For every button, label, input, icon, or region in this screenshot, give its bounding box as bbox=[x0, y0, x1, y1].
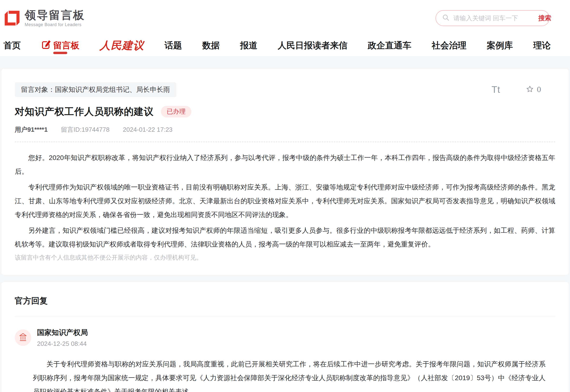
reply-section-title: 官方回复 bbox=[15, 282, 555, 307]
reply-time: 2024-12-25 08:44 bbox=[37, 340, 88, 348]
main-nav: 首页 留言板 人民建议 话题 数据 报道 人民日报读者来信 政企直通 bbox=[0, 36, 570, 56]
message-time: 2024-01-22 17:23 bbox=[123, 126, 173, 133]
nav-item-label: 理论 bbox=[533, 40, 551, 52]
site-logo[interactable]: 领导留言板 Message Board for Leaders bbox=[3, 9, 85, 28]
nav-item-case-library[interactable]: 案例库 bbox=[487, 36, 513, 55]
nav-item-label: 人民日报读者来信 bbox=[278, 40, 347, 52]
nav-item-label: 案例库 bbox=[487, 40, 513, 52]
brand-logo-icon bbox=[3, 9, 21, 28]
search-box[interactable]: 搜索 bbox=[435, 10, 550, 26]
reply-content: 关于专利代理师资格与职称的对应关系问题，我局高度重视，此前已开展相关研究工作，将… bbox=[33, 357, 546, 392]
nav-item-label: 话题 bbox=[165, 40, 182, 52]
message-id: 留言ID:19744778 bbox=[61, 126, 110, 134]
font-size-control[interactable]: Tt bbox=[492, 84, 500, 95]
nav-item-label: 留言板 bbox=[53, 40, 79, 52]
privacy-note: 该留言中含有个人信息或其他不便公开展示的内容，仅办理机构可见。 bbox=[15, 253, 555, 275]
title-row: 对知识产权工作人员职称的建议 已办理 bbox=[15, 105, 555, 118]
edit-icon bbox=[41, 39, 51, 52]
nav-item-label: 首页 bbox=[3, 40, 21, 52]
brand-title: 领导留言板 bbox=[25, 9, 85, 21]
nav-item-label: 数据 bbox=[202, 40, 220, 52]
favorite-button[interactable]: 0 bbox=[526, 85, 541, 94]
target-label: 留言对象：国家知识产权局党组书记、局长申长雨 bbox=[15, 82, 176, 97]
status-badge: 已办理 bbox=[161, 106, 191, 117]
nav-item-gov-business-express[interactable]: 政企直通车 bbox=[368, 36, 411, 55]
reply-head: 国家知识产权局 2024-12-25 08:44 bbox=[15, 328, 555, 348]
nav-item-label: 报道 bbox=[240, 40, 257, 52]
reply-body: 关于专利代理师资格与职称的对应关系问题，我局高度重视，此前已开展相关研究工作，将… bbox=[33, 357, 546, 392]
site-header: 领导留言板 Message Board for Leaders 搜索 bbox=[0, 0, 570, 36]
agency-avatar bbox=[15, 329, 31, 346]
message-user: 用户91****1 bbox=[15, 126, 48, 134]
peoples-suggestion-logo: 人民建议 bbox=[100, 38, 144, 53]
nav-item-home[interactable]: 首页 bbox=[3, 36, 21, 55]
page: 领导留言板 Message Board for Leaders 搜索 首页 bbox=[0, 0, 570, 392]
nav-item-topics[interactable]: 话题 bbox=[165, 36, 182, 55]
search-input[interactable] bbox=[453, 14, 534, 22]
nav-item-reports[interactable]: 报道 bbox=[240, 36, 257, 55]
government-building-icon bbox=[18, 332, 28, 343]
meta-row: 用户91****1 留言ID:19744778 2024-01-22 17:23 bbox=[15, 126, 555, 134]
head-actions: Tt 0 bbox=[492, 84, 541, 95]
nav-item-theory[interactable]: 理论 bbox=[533, 36, 551, 55]
nav-item-label: 社会治理 bbox=[432, 40, 466, 52]
nav-item-data[interactable]: 数据 bbox=[202, 36, 220, 55]
message-title: 对知识产权工作人员职称的建议 bbox=[15, 105, 154, 118]
nav-item-message-board[interactable]: 留言板 bbox=[41, 36, 79, 55]
message-card: 留言对象：国家知识产权局党组书记、局长申长雨 Tt 0 对知识产权工作人员职称的… bbox=[1, 69, 569, 275]
favorite-count: 0 bbox=[537, 85, 541, 94]
nav-item-peoples-suggestion[interactable]: 人民建议 bbox=[100, 36, 144, 55]
brand-text: 领导留言板 Message Board for Leaders bbox=[25, 9, 85, 27]
nav-item-readers-letters[interactable]: 人民日报读者来信 bbox=[278, 36, 347, 55]
nav-item-label: 政企直通车 bbox=[368, 40, 411, 52]
section-divider bbox=[15, 317, 555, 317]
reply-card: 官方回复 国家知识产权局 20 bbox=[1, 282, 569, 392]
message-paragraph: 您好。2020年知识产权职称改革，将知识产权行业纳入了经济系列，参与以考代评，报… bbox=[15, 151, 555, 178]
message-paragraph: 专利代理师作为知识产权领域的唯一职业资格证书，目前没有明确职称对应关系。上海、浙… bbox=[15, 180, 555, 222]
agency-name: 国家知识产权局 bbox=[37, 328, 88, 338]
reply-agency-block: 国家知识产权局 2024-12-25 08:44 bbox=[37, 328, 88, 348]
brand-subtitle: Message Board for Leaders bbox=[25, 22, 85, 27]
message-body: 您好。2020年知识产权职称改革，将知识产权行业纳入了经济系列，参与以考代评，报… bbox=[15, 142, 555, 251]
message-head-row: 留言对象：国家知识产权局党组书记、局长申长雨 Tt 0 bbox=[15, 69, 555, 97]
star-icon bbox=[526, 85, 534, 94]
search-icon bbox=[442, 14, 450, 22]
search-button[interactable]: 搜索 bbox=[538, 14, 551, 23]
message-paragraph: 另外建言，知识产权领域门槛已经很高，建议对报考知识产权师的年限适当缩短，吸引更多… bbox=[15, 224, 555, 251]
nav-item-social-governance[interactable]: 社会治理 bbox=[432, 36, 466, 55]
content: 留言对象：国家知识产权局党组书记、局长申长雨 Tt 0 对知识产权工作人员职称的… bbox=[0, 56, 570, 392]
